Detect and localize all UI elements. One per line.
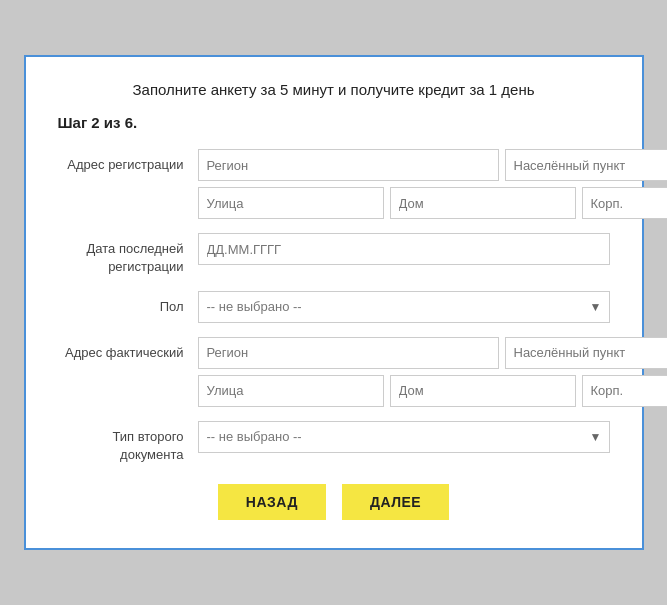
address-fact-label: Адрес фактический	[58, 337, 198, 362]
step-label: Шаг 2 из 6.	[58, 114, 610, 131]
fact-korp-input[interactable]	[582, 375, 668, 407]
date-reg-row: Дата последней регистрации	[58, 233, 610, 276]
date-reg-fields	[198, 233, 610, 265]
date-reg-input[interactable]	[198, 233, 610, 265]
address-fact-row2	[198, 375, 668, 407]
address-fact-row1	[198, 337, 668, 369]
date-reg-row1	[198, 233, 610, 265]
gender-select-row: -- не выбрано -- Мужской Женский ▼	[198, 291, 610, 323]
doc-type-select[interactable]: -- не выбрано -- Загранпаспорт ИНН СНИЛС…	[198, 421, 610, 453]
fact-city-input[interactable]	[505, 337, 668, 369]
address-reg-row2	[198, 187, 668, 219]
address-reg-fields	[198, 149, 668, 219]
fact-house-input[interactable]	[390, 375, 576, 407]
address-fact-fields	[198, 337, 668, 407]
reg-korp-input[interactable]	[582, 187, 668, 219]
gender-label: Пол	[58, 291, 198, 316]
form-card: Заполните анкету за 5 минут и получите к…	[24, 55, 644, 550]
back-button[interactable]: НАЗАД	[218, 484, 326, 520]
next-button[interactable]: ДАЛЕЕ	[342, 484, 449, 520]
gender-fields: -- не выбрано -- Мужской Женский ▼	[198, 291, 610, 323]
fact-street-input[interactable]	[198, 375, 384, 407]
reg-city-input[interactable]	[505, 149, 668, 181]
fact-region-input[interactable]	[198, 337, 499, 369]
doc-type-row: Тип второго документа -- не выбрано -- З…	[58, 421, 610, 464]
doc-type-label: Тип второго документа	[58, 421, 198, 464]
date-reg-label: Дата последней регистрации	[58, 233, 198, 276]
reg-street-input[interactable]	[198, 187, 384, 219]
gender-select[interactable]: -- не выбрано -- Мужской Женский	[198, 291, 610, 323]
doc-type-select-row: -- не выбрано -- Загранпаспорт ИНН СНИЛС…	[198, 421, 610, 453]
doc-type-select-wrapper: -- не выбрано -- Загранпаспорт ИНН СНИЛС…	[198, 421, 610, 453]
reg-region-input[interactable]	[198, 149, 499, 181]
doc-type-fields: -- не выбрано -- Загранпаспорт ИНН СНИЛС…	[198, 421, 610, 453]
gender-row: Пол -- не выбрано -- Мужской Женский ▼	[58, 291, 610, 323]
page-title: Заполните анкету за 5 минут и получите к…	[58, 81, 610, 98]
address-fact-row: Адрес фактический	[58, 337, 610, 407]
address-reg-row: Адрес регистрации	[58, 149, 610, 219]
buttons-row: НАЗАД ДАЛЕЕ	[58, 484, 610, 520]
gender-select-wrapper: -- не выбрано -- Мужской Женский ▼	[198, 291, 610, 323]
address-reg-label: Адрес регистрации	[58, 149, 198, 174]
reg-house-input[interactable]	[390, 187, 576, 219]
address-reg-row1	[198, 149, 668, 181]
